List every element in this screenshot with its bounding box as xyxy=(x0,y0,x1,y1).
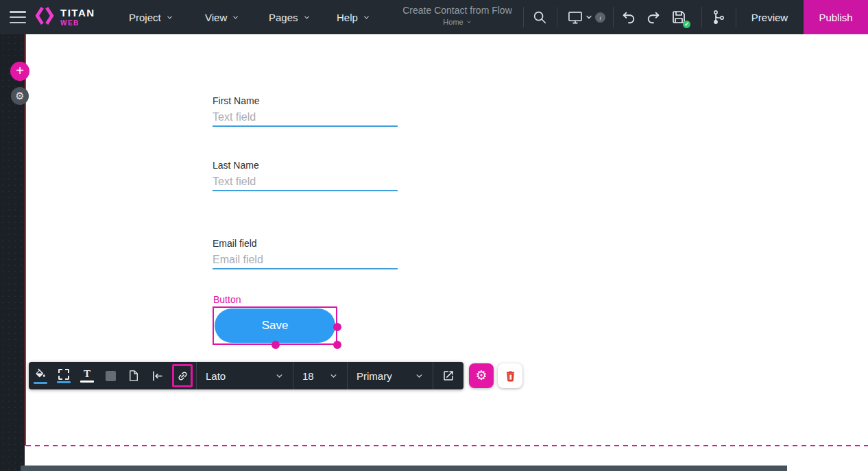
menu-help[interactable]: Help xyxy=(337,0,370,34)
undo-icon[interactable] xyxy=(621,10,636,25)
divider xyxy=(557,7,557,27)
logo-title: TITAN xyxy=(60,8,95,18)
divider xyxy=(613,7,614,27)
app-window: TITAN WEB Project View Pages Help Create… xyxy=(0,0,868,471)
menu-pages[interactable]: Pages xyxy=(269,0,311,34)
logo-subtitle: WEB xyxy=(60,20,95,27)
link-tool-highlighted[interactable] xyxy=(172,364,193,387)
search-icon[interactable] xyxy=(532,10,547,25)
text-icon: T xyxy=(84,369,91,379)
horizontal-scrollbar[interactable] xyxy=(21,466,787,471)
first-name-input[interactable] xyxy=(213,108,398,127)
chevron-down-icon xyxy=(466,19,472,25)
style-preset-value: Primary xyxy=(357,370,392,382)
open-external-tool[interactable] xyxy=(433,362,463,389)
style-preset-select[interactable]: Primary xyxy=(348,362,433,389)
page-settings-gear-icon[interactable]: ⚙ xyxy=(11,87,29,105)
info-badge[interactable]: i xyxy=(595,12,605,23)
page-bottom-boundary xyxy=(26,445,868,446)
redo-icon[interactable] xyxy=(646,10,661,25)
delete-element-button[interactable] xyxy=(498,363,522,388)
trash-icon xyxy=(504,370,517,383)
menu-pages-label: Pages xyxy=(269,12,298,23)
text-color-tool[interactable]: T xyxy=(75,362,99,389)
add-element-button[interactable]: + xyxy=(10,62,29,81)
menu-view-label: View xyxy=(205,12,227,23)
divider xyxy=(523,7,524,27)
fill-color-tool[interactable] xyxy=(29,362,52,389)
font-family-value: Lato xyxy=(206,370,226,382)
element-settings-gear-button[interactable]: ⚙ xyxy=(469,363,494,388)
top-bar: TITAN WEB Project View Pages Help Create… xyxy=(0,0,868,34)
page-tool[interactable] xyxy=(122,362,145,389)
app-logo: TITAN WEB xyxy=(34,5,95,29)
last-name-input[interactable] xyxy=(213,173,398,191)
breadcrumb[interactable]: Home xyxy=(378,18,536,26)
device-desktop-icon[interactable] xyxy=(566,10,584,25)
chevron-down-icon xyxy=(166,14,173,21)
document-icon xyxy=(128,370,140,382)
preview-button[interactable]: Preview xyxy=(744,0,795,34)
flow-branch-icon[interactable] xyxy=(710,9,727,25)
saved-check-badge: ✓ xyxy=(683,21,690,28)
divider xyxy=(701,7,702,27)
menu-view[interactable]: View xyxy=(205,0,239,34)
chevron-down-icon xyxy=(415,372,424,381)
format-toolbar: T Lato 18 Primary xyxy=(29,362,463,389)
divider xyxy=(736,7,736,27)
email-input[interactable] xyxy=(213,251,398,269)
selected-element-tag: Button xyxy=(213,294,241,305)
chevron-down-icon xyxy=(363,14,370,21)
menu-help-label: Help xyxy=(337,12,358,23)
breadcrumb-label: Home xyxy=(443,18,463,26)
page-title: Create Contact from Flow xyxy=(378,5,536,16)
hamburger-menu-icon[interactable] xyxy=(10,11,26,23)
border-color-tool[interactable] xyxy=(52,362,75,389)
chevron-down-icon xyxy=(303,14,311,21)
last-name-label: Last Name xyxy=(213,160,259,171)
chevron-down-icon xyxy=(329,372,338,381)
align-left-icon xyxy=(151,370,164,383)
shadow-swatch-icon xyxy=(106,371,116,381)
resize-handle-corner[interactable] xyxy=(333,341,341,349)
titan-logo-icon xyxy=(34,5,55,29)
link-icon xyxy=(174,367,191,384)
email-label: Email field xyxy=(213,238,257,249)
font-size-select[interactable]: 18 xyxy=(293,362,347,389)
first-name-label: First Name xyxy=(213,95,259,106)
shadow-tool[interactable] xyxy=(99,362,122,389)
publish-button[interactable]: Publish xyxy=(804,0,868,34)
external-link-icon xyxy=(442,370,455,382)
font-size-value: 18 xyxy=(302,370,314,382)
text-color-swatch xyxy=(80,381,94,383)
align-tool[interactable] xyxy=(145,362,169,389)
document-title-group: Create Contact from Flow Home xyxy=(378,5,536,26)
font-family-select[interactable]: Lato xyxy=(197,362,293,389)
border-color-swatch xyxy=(57,381,71,383)
device-chevron-down-icon[interactable] xyxy=(585,13,593,21)
resize-handle-right[interactable] xyxy=(333,323,341,331)
menu-project[interactable]: Project xyxy=(129,0,173,34)
save-document-icon[interactable]: ✓ xyxy=(671,9,688,27)
save-button-element[interactable]: Save xyxy=(215,309,335,343)
chevron-down-icon xyxy=(232,14,239,21)
menu-project-label: Project xyxy=(129,12,161,23)
fill-color-swatch xyxy=(34,382,47,384)
resize-handle-bottom[interactable] xyxy=(272,341,280,349)
chevron-down-icon xyxy=(275,372,284,381)
border-icon xyxy=(58,369,69,380)
